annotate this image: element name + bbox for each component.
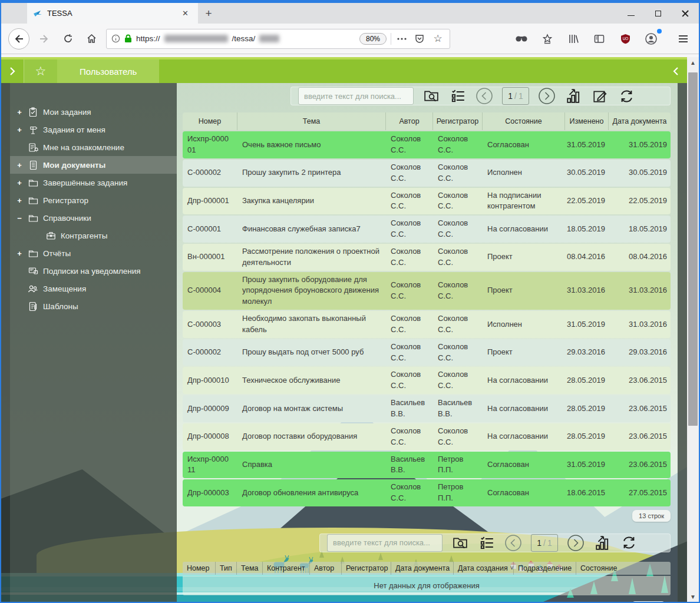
next-page-icon-secondary[interactable] <box>567 534 585 552</box>
search-input-secondary[interactable] <box>327 534 443 552</box>
column-header[interactable]: Номер <box>183 562 216 575</box>
column-header[interactable]: Состояние <box>483 112 565 130</box>
home-button[interactable] <box>82 30 100 48</box>
column-header[interactable]: Контрагент <box>263 562 310 575</box>
document-row[interactable]: Дпр-000003Договор обновления антивирусаС… <box>183 479 671 506</box>
sidebar-item[interactable]: Шаблоны <box>10 297 177 315</box>
sidebar-item[interactable]: Подписки на уведомления <box>10 262 177 280</box>
sidebar-item[interactable]: Мне на ознакомление <box>10 138 177 156</box>
ublock-icon[interactable]: UO <box>616 30 634 48</box>
column-header[interactable]: Подразделение <box>514 562 576 575</box>
column-header[interactable]: Дата создания˅ <box>454 562 514 575</box>
pocket-icon[interactable] <box>412 30 427 48</box>
scrollbar-up-icon[interactable]: ▲ <box>687 57 699 68</box>
sidebar-toggle-icon[interactable] <box>590 30 608 48</box>
sidebar-expand-button[interactable] <box>1 59 24 83</box>
tree-expander[interactable]: − <box>16 214 23 223</box>
sidebar-item[interactable]: Контрагенты <box>10 227 177 244</box>
window-maximize-button[interactable] <box>645 3 672 24</box>
export-chart-icon-secondary[interactable] <box>593 534 611 552</box>
menu-icon[interactable] <box>674 30 692 48</box>
advanced-search-icon[interactable] <box>422 87 440 105</box>
document-row[interactable]: С-000002Прошу закупить 2 принтераСоколов… <box>183 160 671 187</box>
column-header[interactable]: Автор <box>310 562 342 575</box>
advanced-search-icon-secondary[interactable] <box>451 534 469 552</box>
column-header[interactable]: Тип <box>216 562 237 575</box>
workspace-tab[interactable]: Пользователь <box>57 59 159 83</box>
sidebar-item[interactable]: +Отчёты <box>10 244 177 262</box>
browser-scrollbar[interactable]: ▲ ▼ <box>687 57 699 602</box>
refresh-icon[interactable] <box>618 87 635 105</box>
site-info-icon[interactable] <box>111 34 120 43</box>
sidebar-item[interactable]: −Справочники <box>10 209 177 227</box>
right-panel-collapse-button[interactable] <box>665 59 687 83</box>
document-row[interactable]: Дпр-000008Договор поставки оборудованияС… <box>183 423 671 450</box>
column-header[interactable]: Изменено <box>565 112 609 130</box>
url-bar[interactable]: https:// /tessa/ 80% ☆ <box>106 29 450 49</box>
column-header[interactable]: Номер <box>183 112 237 130</box>
tree-expander[interactable]: + <box>16 161 23 170</box>
tree-expander[interactable]: + <box>16 178 23 187</box>
document-cell: 18.05.2019 <box>609 216 671 243</box>
column-header[interactable]: Регистратор <box>342 562 391 575</box>
right-collapsed-strip[interactable] <box>678 83 687 602</box>
new-tab-button[interactable]: + <box>198 3 219 24</box>
sidebar-item[interactable]: +Мои документы <box>10 156 177 174</box>
scrollbar-down-icon[interactable]: ▼ <box>687 591 699 602</box>
tab-close-icon[interactable]: ✕ <box>179 8 192 19</box>
next-page-icon[interactable] <box>538 87 556 105</box>
document-row[interactable]: Дпр-000010Техническое обслуживаниеСоколо… <box>183 367 671 394</box>
sidebar-item[interactable]: Замещения <box>10 280 177 297</box>
page-actions-icon[interactable] <box>395 30 408 48</box>
document-row[interactable]: Исхпр-000001Очень важное письмоСоколов С… <box>183 131 671 158</box>
sidebar-item[interactable]: +Регистратор <box>10 191 177 209</box>
column-header[interactable]: Дата документа <box>391 562 454 575</box>
bookmark-star-icon[interactable]: ☆ <box>431 30 445 48</box>
document-row[interactable]: Дпр-000001Закупка канцелярииСоколов С.С.… <box>183 188 671 215</box>
document-row[interactable]: С-000002Прошу выдать под отчет 5000 рубС… <box>183 339 671 366</box>
column-header[interactable]: Автор <box>386 112 433 130</box>
browser-tab[interactable]: TESSA ✕ <box>27 3 198 24</box>
tree-expander[interactable]: + <box>16 249 23 258</box>
column-header[interactable]: Дата документа <box>609 112 671 130</box>
scrollbar-thumb[interactable] <box>688 72 698 426</box>
window-minimize-button[interactable] <box>618 3 645 24</box>
document-row[interactable]: Дпр-000009Договор на монтаж системыВасил… <box>183 395 671 422</box>
tree-expander[interactable]: + <box>16 108 23 117</box>
previous-page-icon-secondary[interactable] <box>504 534 522 552</box>
edit-icon[interactable] <box>591 87 609 105</box>
refresh-icon-secondary[interactable] <box>620 534 638 552</box>
document-row[interactable]: С-000004Прошу закупить оборудование для … <box>183 272 671 310</box>
document-row[interactable]: С-000001Финансовая служебная записка7Сок… <box>183 216 671 243</box>
favorites-star-icon[interactable]: ☆ <box>24 59 57 83</box>
view-settings-icon[interactable] <box>449 87 467 105</box>
no-data-message: Нет данных для отображения <box>183 576 671 595</box>
previous-page-icon[interactable] <box>476 87 493 105</box>
document-row[interactable]: Вн-000001Рассмотрение положения о проект… <box>183 244 671 271</box>
library-icon[interactable] <box>564 30 582 48</box>
document-row[interactable]: С-000003Необходимо закопать выкопанный к… <box>183 311 671 338</box>
sidebar-item[interactable]: +Мои задания <box>10 103 177 121</box>
window-close-button[interactable] <box>672 3 699 24</box>
sidebar-item[interactable]: +Завершённые задания <box>10 174 177 191</box>
mask-extension-icon[interactable] <box>513 30 530 48</box>
forward-button[interactable] <box>35 30 53 48</box>
zoom-level-badge[interactable]: 80% <box>359 33 387 45</box>
tab-strip-spacer <box>1 3 27 24</box>
back-button[interactable] <box>8 28 29 49</box>
star-pedestal-extension-icon[interactable] <box>539 30 556 48</box>
column-header[interactable]: Тема <box>237 562 263 575</box>
reload-button[interactable] <box>59 30 77 48</box>
search-input[interactable] <box>298 87 414 105</box>
column-header[interactable]: Тема <box>237 112 386 130</box>
sidebar-item[interactable]: +Задания от меня <box>10 121 177 138</box>
left-collapsed-strip[interactable] <box>1 83 10 602</box>
tree-expander[interactable]: + <box>16 125 23 134</box>
column-header[interactable]: Состояние <box>576 562 623 575</box>
export-chart-icon[interactable] <box>564 87 582 105</box>
view-settings-icon-secondary[interactable] <box>478 534 496 552</box>
document-row[interactable]: Исхпр-000011СправкаВасильев В.В.Петров П… <box>183 452 671 479</box>
account-icon[interactable] <box>642 30 660 48</box>
tree-expander[interactable]: + <box>16 196 23 205</box>
column-header[interactable]: Регистратор <box>433 112 483 130</box>
